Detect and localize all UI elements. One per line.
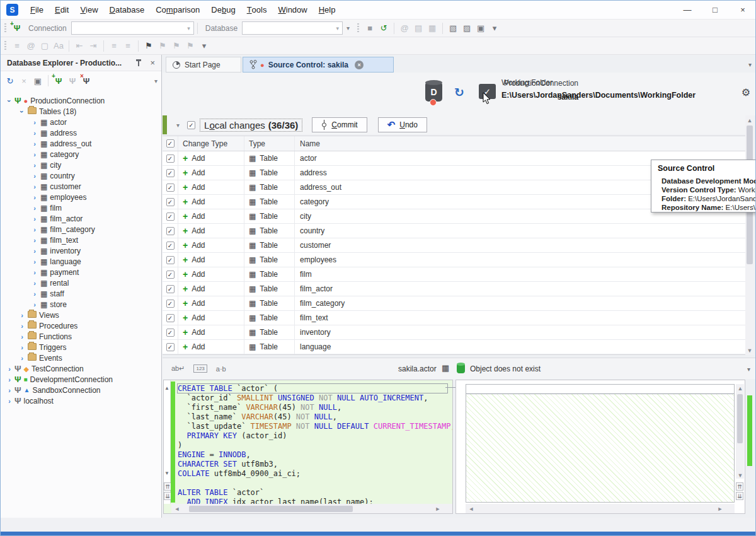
delete-icon[interactable]: × — [17, 74, 31, 88]
tree-item-functions[interactable]: ›Functions — [1, 331, 161, 342]
expand-icon[interactable]: › — [18, 344, 26, 351]
next-bookmark-icon[interactable]: ⚑ — [169, 39, 183, 53]
toolbar-grip[interactable] — [357, 23, 359, 33]
row-checkbox[interactable]: ✓ — [166, 198, 175, 206]
tree-item-film-category[interactable]: ›▦film_category — [1, 224, 161, 235]
row-checkbox[interactable]: ✓ — [166, 314, 175, 322]
expand-icon[interactable]: › — [31, 140, 38, 148]
menu-item-window[interactable]: Window — [272, 1, 312, 20]
duplicate-icon[interactable]: ▣ — [31, 74, 45, 88]
disconnect-icon[interactable]: Ψ× — [79, 74, 93, 88]
new-snippet-icon[interactable]: ▤ — [411, 21, 425, 35]
close-button[interactable]: × — [729, 1, 756, 19]
bookmark-icon[interactable]: ⚑ — [142, 39, 156, 53]
row-checkbox[interactable]: ✓ — [166, 343, 175, 351]
expand-icon[interactable]: › — [18, 312, 26, 319]
row-checkbox[interactable]: ✓ — [166, 329, 175, 337]
row-checkbox[interactable]: ✓ — [166, 213, 175, 221]
whitespace-icon[interactable]: a·b — [216, 365, 226, 373]
tree-item-film-actor[interactable]: ›▦film_actor — [1, 213, 161, 224]
menu-item-help[interactable]: Help — [313, 1, 341, 20]
change-case-icon[interactable]: Aa — [52, 39, 66, 53]
tree-item-customer[interactable]: ›▦customer — [1, 181, 161, 192]
menu-item-tools[interactable]: Tools — [241, 1, 273, 20]
row-checkbox[interactable]: ✓ — [166, 227, 175, 235]
stop-icon[interactable]: ■ — [363, 21, 377, 35]
tree-item-triggers[interactable]: ›Triggers — [1, 342, 161, 352]
expand-icon[interactable]: › — [6, 376, 13, 383]
tree-item-actor[interactable]: ›▦actor — [1, 117, 161, 127]
new-connection-icon[interactable]: Ψ+ — [52, 74, 66, 88]
expand-icon[interactable]: › — [31, 247, 38, 255]
tree-item-inventory[interactable]: ›▦inventory — [1, 245, 161, 256]
menu-item-debug[interactable]: Debug — [205, 1, 241, 20]
scroll-down-arrow[interactable]: ▼ — [745, 346, 754, 354]
email-template-icon[interactable]: @ — [24, 39, 38, 53]
grid-header-name[interactable]: Name — [295, 136, 745, 151]
explorer-toolbar-caret[interactable]: ▾ — [151, 78, 161, 84]
collapse-icon[interactable]: › — [6, 97, 13, 105]
header-checkbox[interactable]: ✓ — [166, 139, 175, 148]
new-connection-icon[interactable]: +Ψ — [10, 21, 24, 35]
tree-item-productionconnection[interactable]: ›Ψ●ProductionConnection — [1, 95, 161, 106]
editor-h-scrollbar[interactable] — [466, 504, 735, 513]
expand-icon[interactable]: › — [6, 387, 13, 394]
grid-row-customer[interactable]: ✓+Add▦Tablecustomer — [163, 238, 745, 253]
diff-toolbar-caret[interactable]: ▾ — [747, 366, 750, 373]
connection-combobox[interactable]: ▾ — [71, 21, 194, 35]
tree-item-category[interactable]: ›▦category — [1, 149, 161, 160]
combo-dropdown-caret[interactable]: ▾ — [343, 25, 353, 32]
row-checkbox[interactable]: ✓ — [166, 285, 175, 293]
undo-button[interactable]: ↶ Undo — [378, 117, 427, 132]
tree-item-localhost[interactable]: ›Ψlocalhost — [1, 395, 161, 406]
grid-row-employees[interactable]: ✓+Add▦Tableemployees — [163, 253, 745, 267]
editor-h-thumb[interactable] — [189, 506, 353, 512]
line-numbers-icon[interactable]: 123 — [193, 364, 207, 373]
tree-item-events[interactable]: ›Events — [1, 352, 161, 363]
scroll-right-arrow[interactable]: ► — [433, 504, 442, 513]
expand-icon[interactable]: › — [31, 161, 38, 169]
diff-overview-bar[interactable] — [747, 395, 752, 466]
tree-item-rental[interactable]: ›▦rental — [1, 277, 161, 288]
tree-item-city[interactable]: ›▦city — [1, 160, 161, 170]
scroll-up-arrow[interactable]: ▲ — [745, 116, 754, 124]
prev-change-button[interactable]: ⇈ — [736, 482, 743, 491]
format-document-icon[interactable]: ≡ — [107, 39, 121, 53]
row-checkbox[interactable]: ✓ — [166, 169, 175, 177]
menu-item-comparison[interactable]: Comparison — [150, 1, 205, 20]
new-table-icon[interactable]: ▦ — [425, 21, 439, 35]
tree-item-procedures[interactable]: ›Procedures — [1, 320, 161, 331]
row-checkbox[interactable]: ✓ — [166, 184, 175, 192]
tree-item-country[interactable]: ›▦country — [1, 170, 161, 181]
close-panel-icon[interactable]: × — [150, 58, 155, 67]
row-checkbox[interactable]: ✓ — [166, 256, 175, 264]
maximize-button[interactable]: □ — [701, 1, 729, 19]
dropdown-caret[interactable]: ▾ — [197, 39, 211, 53]
minimize-button[interactable]: — — [673, 1, 701, 19]
expand-icon[interactable]: › — [31, 204, 38, 212]
select-all-checkbox[interactable]: ✓ — [187, 121, 195, 129]
expand-icon[interactable]: › — [31, 236, 38, 244]
data-report-icon[interactable]: ▨ — [460, 21, 474, 35]
settings-gear-icon[interactable]: ⚙ — [742, 86, 750, 98]
expand-icon[interactable]: › — [31, 301, 38, 308]
grid-row-country[interactable]: ✓+Add▦Tablecountry — [163, 224, 745, 238]
tree-item-sandboxconnection[interactable]: ›Ψ▲SandboxConnection — [1, 385, 161, 395]
editor-v-thumb[interactable] — [737, 394, 743, 443]
row-checkbox[interactable]: ✓ — [166, 300, 175, 308]
grid-row-language[interactable]: ✓+Add▦Tablelanguage — [163, 340, 745, 354]
toolbar-grip[interactable] — [4, 41, 6, 51]
expand-icon[interactable]: › — [6, 397, 13, 405]
commit-button[interactable]: Commit — [312, 117, 367, 132]
expand-icon[interactable]: › — [31, 290, 38, 298]
tree-item-film-text[interactable]: ›▦film_text — [1, 235, 161, 245]
tree-item-testconnection[interactable]: ›Ψ◆TestConnection — [1, 363, 161, 374]
grid-row-film[interactable]: ✓+Add▦Tablefilm — [163, 267, 745, 282]
schema-compare-icon[interactable]: ▧ — [446, 21, 460, 35]
tree-item-film[interactable]: ›▦film — [1, 202, 161, 213]
expand-icon[interactable]: › — [31, 119, 38, 126]
expand-icon[interactable]: › — [31, 194, 38, 201]
expand-icon[interactable]: › — [31, 269, 38, 276]
grid-header-type[interactable]: Type — [244, 136, 295, 151]
row-checkbox[interactable]: ✓ — [166, 271, 175, 279]
